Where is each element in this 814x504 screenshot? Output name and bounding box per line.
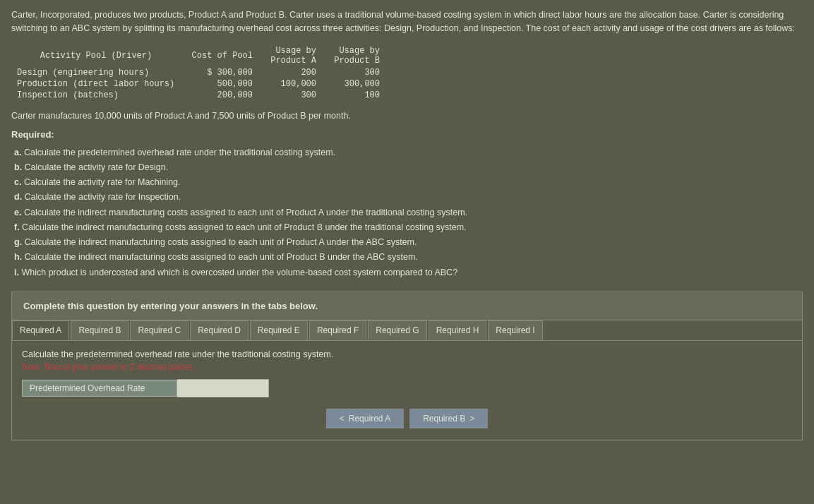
req-item-d: d. Calculate the activity rate for Inspe… [11, 190, 803, 205]
tab-description: Calculate the predetermined overhead rat… [22, 349, 792, 359]
req-item-h: h. Calculate the indirect manufacturing … [11, 250, 803, 265]
next-icon: > [469, 414, 474, 424]
row3-col2: 200,000 [181, 90, 258, 101]
req-item-a: a. Calculate the predetermined overhead … [11, 145, 803, 160]
tab-required-g[interactable]: Required G [368, 320, 426, 340]
complete-box-text: Complete this question by entering your … [23, 301, 318, 311]
row2-col4: 300,000 [322, 78, 385, 90]
prev-label: Required A [349, 414, 390, 424]
req-item-i: i. Which product is undercosted and whic… [11, 265, 803, 280]
tab-required-a[interactable]: Required A [12, 320, 69, 340]
manufactures-text: Carter manufactures 10,000 units of Prod… [11, 111, 803, 121]
tab-required-h[interactable]: Required H [429, 320, 487, 340]
row3-col3: 300 [258, 90, 322, 101]
table-row: Inspection (batches) 200,000 300 100 [11, 90, 385, 101]
req-item-f: f. Calculate the indirect manufacturing … [11, 220, 803, 235]
tabs-row: Required A Required B Required C Require… [12, 320, 802, 341]
tab-required-e[interactable]: Required E [250, 320, 308, 340]
requirements-list: a. Calculate the predetermined overhead … [11, 145, 803, 280]
col2-header: Cost of Pool [181, 45, 258, 67]
tab-content: Calculate the predetermined overhead rat… [12, 341, 802, 440]
row1-col4: 300 [322, 67, 385, 78]
prev-button[interactable]: < Required A [326, 409, 404, 428]
overhead-rate-input[interactable] [177, 379, 269, 397]
row1-col3: 200 [258, 67, 322, 78]
req-item-b: b. Calculate the activity rate for Desig… [11, 160, 803, 175]
row3-col4: 100 [322, 90, 385, 101]
next-label: Required B [423, 414, 465, 424]
row2-col3: 100,000 [258, 78, 322, 90]
row2-col2: 500,000 [181, 78, 258, 90]
input-row: Predetermined Overhead Rate [22, 379, 792, 397]
row1-col1: Design (engineering hours) [11, 67, 181, 78]
tab-required-f[interactable]: Required F [309, 320, 366, 340]
tab-required-c[interactable]: Required C [130, 320, 188, 340]
col4-header: Usage by Product B [322, 45, 385, 67]
col1-header: Activity Pool (Driver) [11, 45, 181, 67]
req-item-c: c. Calculate the activity rate for Machi… [11, 175, 803, 190]
req-item-e: e. Calculate the indirect manufacturing … [11, 205, 803, 220]
table-row: Design (engineering hours) $ 300,000 200… [11, 67, 385, 78]
row2-col1: Production (direct labor hours) [11, 78, 181, 90]
row1-col2: $ 300,000 [181, 67, 258, 78]
col3-header: Usage by Product A [258, 45, 322, 67]
input-label: Predetermined Overhead Rate [22, 380, 177, 397]
tab-required-d[interactable]: Required D [190, 320, 249, 340]
table-row: Production (direct labor hours) 500,000 … [11, 78, 385, 90]
req-item-g: g. Calculate the indirect manufacturing … [11, 235, 803, 250]
row3-col1: Inspection (batches) [11, 90, 181, 101]
tab-required-b[interactable]: Required B [71, 320, 128, 340]
intro-text: Carter, Incorporated, produces two produ… [11, 8, 803, 35]
prev-icon: < [340, 414, 345, 424]
tab-required-i[interactable]: Required I [488, 320, 542, 340]
next-button[interactable]: Required B > [409, 409, 488, 428]
tabs-container: Required A Required B Required C Require… [11, 320, 803, 440]
activity-table: Activity Pool (Driver) Cost of Pool Usag… [11, 45, 385, 101]
complete-box: Complete this question by entering your … [11, 292, 803, 320]
nav-buttons: < Required A Required B > [22, 409, 792, 428]
note-text: Note: Round your answer to 2 decimal pla… [22, 362, 792, 372]
required-label: Required: [11, 129, 803, 140]
